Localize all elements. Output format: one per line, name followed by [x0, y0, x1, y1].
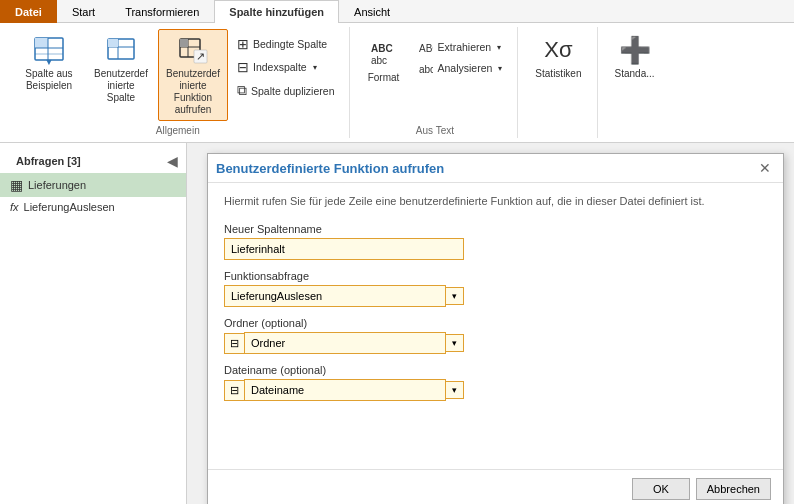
svg-text:abc: abc	[371, 55, 387, 66]
bedingte-spalte-button[interactable]: ⊞ Bedingte Spalte	[230, 33, 341, 55]
format-icon: ABC abc	[367, 38, 399, 70]
cancel-button[interactable]: Abbrechen	[696, 478, 771, 500]
dialog-close-button[interactable]: ✕	[755, 158, 775, 178]
indexspalte-icon: ⊟	[237, 59, 249, 75]
funktionsabfrage-label: Funktionsabfrage	[224, 270, 767, 282]
ok-button[interactable]: OK	[632, 478, 690, 500]
benutzerdefinierte-spalte-button[interactable]: Benutzerdefinierte Spalte	[86, 29, 156, 109]
tab-ansicht[interactable]: Ansicht	[339, 0, 405, 23]
funktionsabfrage-group: Funktionsabfrage LieferungAuslesen ▾	[224, 270, 767, 307]
sidebar-header: Abfragen [3] ◀	[0, 149, 186, 173]
benutzerdefinierte-spalte-icon	[105, 34, 137, 66]
tab-datei[interactable]: Datei	[0, 0, 57, 23]
extrahieren-dropdown[interactable]: ▾	[497, 43, 501, 52]
funktion-aufrufen-button[interactable]: ↗ Benutzerdefinierte Funktion aufrufen	[158, 29, 228, 121]
svg-text:▼: ▼	[45, 57, 54, 66]
dialog-subtitle: Hiermit rufen Sie für jede Zeile eine be…	[224, 195, 767, 207]
dateiname-select[interactable]: Dateiname	[244, 379, 446, 401]
spaltenname-group: Neuer Spaltenname	[224, 223, 767, 260]
analysieren-dropdown[interactable]: ▾	[498, 64, 502, 73]
ordner-dropdown-arrow[interactable]: ▾	[446, 334, 464, 352]
indexspalte-button[interactable]: ⊟ Indexspalte ▾	[230, 56, 341, 78]
lieferung-auslesen-icon: fx	[10, 201, 19, 213]
svg-rect-1	[35, 38, 48, 48]
bedingte-spalte-icon: ⊞	[237, 36, 249, 52]
svg-text:↗: ↗	[196, 50, 205, 62]
format-label: Format	[368, 72, 400, 84]
lieferung-auslesen-label: LieferungAuslesen	[24, 201, 115, 213]
spalte-beispiele-button[interactable]: ▼ Spalte aus Beispielen	[14, 29, 84, 97]
dialog-footer: OK Abbrechen	[208, 469, 783, 504]
tab-spalte[interactable]: Spalte hinzufügen	[214, 0, 339, 23]
statistiken-button[interactable]: Xσ Statistiken	[528, 29, 588, 85]
benutzerdefinierte-spalte-label: Benutzerdefinierte Spalte	[93, 68, 149, 104]
lieferungen-label: Lieferungen	[28, 179, 86, 191]
dateiname-icon-button[interactable]: ⊟	[224, 380, 244, 401]
standard-label: Standa...	[615, 68, 655, 80]
spalte-duplizieren-icon: ⧉	[237, 82, 247, 99]
sidebar-collapse-button[interactable]: ◀	[163, 153, 182, 169]
indexspalte-dropdown-arrow[interactable]: ▾	[313, 63, 317, 72]
spaltenname-label: Neuer Spaltenname	[224, 223, 767, 235]
ordner-select[interactable]: Ordner	[244, 332, 446, 354]
sidebar-item-lieferung-auslesen[interactable]: fx LieferungAuslesen	[0, 197, 186, 217]
funktion-aufrufen-icon: ↗	[177, 34, 209, 66]
spaltenname-input[interactable]	[224, 238, 464, 260]
svg-text:ABC: ABC	[419, 43, 433, 54]
spalte-beispiele-icon: ▼	[33, 34, 65, 66]
spalte-duplizieren-button[interactable]: ⧉ Spalte duplizieren	[230, 79, 341, 102]
dialog: Benutzerdefinierte Funktion aufrufen ✕ H…	[207, 153, 784, 504]
dialog-title: Benutzerdefinierte Funktion aufrufen	[216, 161, 444, 176]
analysieren-icon: abc	[419, 61, 433, 75]
svg-rect-9	[108, 39, 118, 47]
funktionsabfrage-dropdown-arrow[interactable]: ▾	[446, 287, 464, 305]
lieferungen-icon: ▦	[10, 177, 23, 193]
extrahieren-icon: ABC	[419, 40, 433, 54]
tab-start[interactable]: Start	[57, 0, 110, 23]
standard-button[interactable]: ➕ Standa...	[608, 29, 662, 85]
ordner-group: Ordner (optional) ⊟ Ordner ▾	[224, 317, 767, 354]
tab-transformieren[interactable]: Transformieren	[110, 0, 214, 23]
funktionsabfrage-select[interactable]: LieferungAuslesen	[224, 285, 446, 307]
dateiname-dropdown-arrow[interactable]: ▾	[446, 381, 464, 399]
sidebar-title: Abfragen [3]	[8, 151, 89, 171]
statistiken-icon: Xσ	[542, 34, 574, 66]
format-button[interactable]: ABC abc Format	[360, 33, 406, 89]
standard-icon: ➕	[619, 34, 651, 66]
svg-text:ABC: ABC	[371, 43, 393, 54]
dateiname-group: Dateiname (optional) ⊟ Dateiname ▾	[224, 364, 767, 401]
spalte-beispiele-label: Spalte aus Beispielen	[21, 68, 77, 92]
funktion-aufrufen-label: Benutzerdefinierte Funktion aufrufen	[165, 68, 221, 116]
allgemein-group-label: Allgemein	[156, 121, 200, 136]
statistiken-label: Statistiken	[535, 68, 581, 80]
aus-text-group-label: Aus Text	[416, 121, 454, 136]
dialog-titlebar: Benutzerdefinierte Funktion aufrufen ✕	[208, 154, 783, 183]
sidebar-item-lieferungen[interactable]: ▦ Lieferungen	[0, 173, 186, 197]
ordner-label: Ordner (optional)	[224, 317, 767, 329]
extrahieren-button[interactable]: ABC Extrahieren ▾	[412, 37, 509, 57]
analysieren-button[interactable]: abc Analysieren ▾	[412, 58, 509, 78]
dateiname-label: Dateiname (optional)	[224, 364, 767, 376]
ordner-icon-button[interactable]: ⊟	[224, 333, 244, 354]
svg-rect-13	[180, 39, 188, 47]
svg-text:abc: abc	[419, 64, 433, 75]
